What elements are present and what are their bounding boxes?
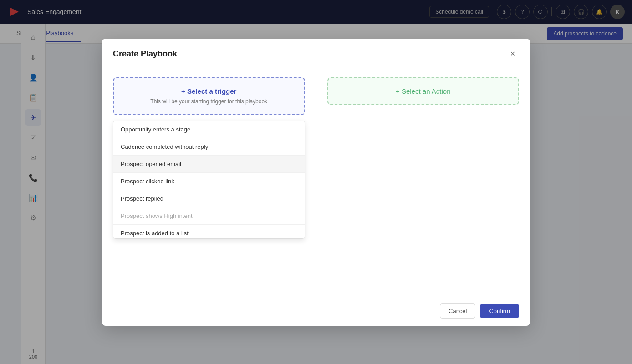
trigger-box-title: + Select a trigger xyxy=(123,87,295,95)
action-select-box[interactable]: + Select an Action xyxy=(327,77,520,105)
trigger-box-subtitle: This will be your starting trigger for t… xyxy=(123,98,295,106)
create-playbook-modal: Create Playbook × + Select a trigger Thi… xyxy=(102,39,530,326)
trigger-option-added-list[interactable]: Prospect is added to a list xyxy=(113,225,305,239)
trigger-option-cadence[interactable]: Cadence completed without reply xyxy=(113,138,305,156)
trigger-option-opportunity[interactable]: Opportunity enters a stage xyxy=(113,121,305,138)
modal-body: + Select a trigger This will be your sta… xyxy=(102,68,530,296)
trigger-select-box[interactable]: + Select a trigger This will be your sta… xyxy=(113,77,305,116)
confirm-button[interactable]: Confirm xyxy=(480,304,519,318)
modal-title: Create Playbook xyxy=(113,49,177,59)
trigger-option-high-intent: Prospect shows High intent xyxy=(113,207,305,225)
action-box-title: + Select an Action xyxy=(347,87,500,95)
trigger-option-replied[interactable]: Prospect replied xyxy=(113,190,305,207)
action-panel: + Select an Action xyxy=(316,77,520,287)
modal-overlay: Create Playbook × + Select a trigger Thi… xyxy=(0,0,632,364)
cancel-button[interactable]: Cancel xyxy=(440,303,475,318)
trigger-option-opened[interactable]: Prospect opened email xyxy=(113,156,305,173)
trigger-panel: + Select a trigger This will be your sta… xyxy=(113,77,316,287)
modal-close-btn[interactable]: × xyxy=(506,48,519,61)
trigger-dropdown: Opportunity enters a stage Cadence compl… xyxy=(113,121,305,239)
modal-header: Create Playbook × xyxy=(102,39,530,68)
modal-footer: Cancel Confirm xyxy=(102,296,530,326)
trigger-option-clicked[interactable]: Prospect clicked link xyxy=(113,173,305,190)
